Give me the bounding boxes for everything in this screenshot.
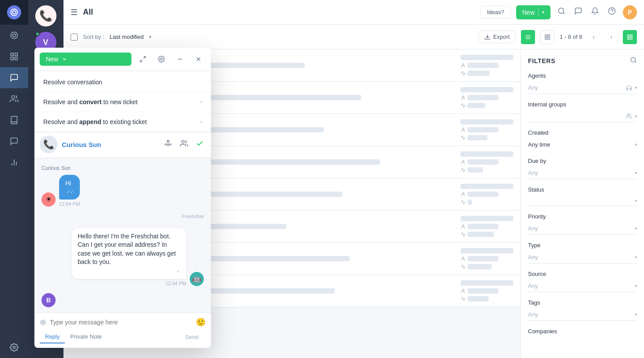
typing-indicator: B	[41, 293, 204, 307]
select-all-checkbox[interactable]	[71, 34, 78, 41]
export-icon	[484, 34, 490, 40]
app-logo[interactable]	[0, 0, 28, 25]
check-icon[interactable]	[196, 139, 204, 149]
conv-avatar-letter: V	[43, 38, 48, 47]
export-button[interactable]: Export	[479, 30, 516, 43]
pagination-next[interactable]: ›	[605, 31, 618, 43]
resolve-append-item[interactable]: Resolve and append to existing ticket ›	[34, 112, 211, 132]
sidebar-item-home[interactable]	[0, 25, 28, 46]
person-icon	[461, 127, 466, 132]
message-time: 12:04 PM	[59, 201, 80, 207]
svg-point-12	[13, 347, 15, 349]
resolve-conversation-item[interactable]: Resolve conversation	[34, 72, 211, 92]
search-icon[interactable]	[558, 7, 565, 17]
resolve-convert-item[interactable]: Resolve and convert to new ticket ›	[34, 92, 211, 112]
reply-tab[interactable]: Reply	[40, 331, 65, 343]
send-button[interactable]: Send	[178, 331, 206, 343]
svg-rect-29	[630, 38, 632, 39]
due-by-label: Due by	[528, 158, 637, 164]
sender-name: Curious Sun	[41, 165, 71, 171]
conv-avatar-phone[interactable]: 📞	[35, 5, 56, 26]
add-attachment-icon[interactable]: ⊕	[40, 317, 46, 327]
status-button[interactable]: New	[40, 53, 131, 66]
message-text: Hi	[65, 180, 71, 187]
resolve-convert-chevron-icon: ›	[200, 99, 202, 105]
minimize-icon[interactable]	[173, 52, 187, 66]
row-placeholder-meta	[461, 87, 513, 92]
row-placeholder-status	[468, 232, 494, 237]
type-label: Type	[528, 242, 637, 249]
new-button[interactable]: New ▾	[516, 5, 550, 19]
source-dropdown[interactable]: Any ▾	[528, 280, 637, 292]
filter-search-icon[interactable]	[630, 57, 637, 65]
svg-rect-6	[11, 57, 14, 60]
svg-point-36	[462, 257, 464, 259]
sidebar-item-analytics[interactable]	[0, 152, 28, 173]
export-label: Export	[493, 34, 510, 40]
status-chevron-icon: ▾	[635, 198, 637, 203]
menu-icon[interactable]: ☰	[71, 8, 78, 17]
resolve-label: Resolve conversation	[43, 79, 102, 86]
person-icon	[461, 192, 466, 197]
pagination-prev[interactable]: ‹	[588, 31, 600, 43]
agents-dropdown[interactable]: Any ▾	[528, 82, 637, 94]
sidebar-item-settings[interactable]	[0, 337, 28, 358]
created-dropdown[interactable]: Any time ▾	[528, 139, 637, 151]
unread-indicator	[35, 32, 40, 36]
toolbar-bar: Sort by : Last modified ▾ Export 1 - 8 o…	[64, 25, 644, 49]
svg-point-40	[627, 114, 629, 116]
status-dropdown[interactable]: ▾	[528, 196, 637, 206]
internal-groups-dropdown[interactable]: ▾	[528, 110, 637, 122]
list-view-button[interactable]	[521, 30, 535, 44]
resolve-conversation-label: Resolve conversation	[43, 79, 102, 86]
sort-chevron-icon[interactable]: ▾	[149, 34, 151, 39]
type-dropdown[interactable]: Any ▾	[528, 251, 637, 264]
expand-icon[interactable]	[136, 52, 150, 66]
grid-view-button[interactable]	[540, 30, 554, 44]
contact-name[interactable]: Curious Sun	[62, 141, 158, 148]
sidebar-item-reports[interactable]	[0, 46, 28, 67]
svg-point-34	[462, 192, 464, 194]
status-label: Status	[528, 186, 637, 193]
svg-point-8	[11, 96, 15, 99]
row-placeholder-status	[468, 103, 485, 108]
svg-point-33	[462, 160, 464, 162]
headset-icon	[626, 85, 632, 91]
help-icon[interactable]	[608, 7, 616, 17]
activity-icon	[461, 135, 466, 140]
sort-value[interactable]: Last modified	[109, 34, 143, 40]
bot-message-time: 12:04 PM	[165, 281, 186, 286]
pagination-count: 1 - 8 of 8	[560, 34, 582, 40]
row-meta	[461, 248, 513, 269]
close-icon[interactable]	[191, 52, 206, 66]
svg-point-45	[167, 140, 169, 143]
row-meta	[461, 55, 513, 76]
group-icon[interactable]	[164, 139, 172, 149]
private-note-tab[interactable]: Private Note	[65, 331, 107, 343]
svg-rect-7	[15, 57, 18, 60]
sidebar-item-contacts[interactable]	[0, 88, 28, 109]
sidebar-item-chat[interactable]	[0, 131, 28, 152]
ideas-button[interactable]: Ideas?	[480, 6, 511, 19]
chat-icon[interactable]	[574, 7, 582, 17]
filter-internal-groups: Internal groups ▾	[528, 101, 637, 122]
svg-point-14	[558, 8, 564, 13]
sidebar-item-inbox[interactable]	[0, 67, 28, 88]
icon-bar	[0, 0, 28, 358]
tags-dropdown[interactable]: Any ▾	[528, 309, 637, 321]
gear-icon[interactable]	[154, 52, 168, 66]
sidebar-item-knowledge[interactable]	[0, 109, 28, 131]
contact-avatar: 📞	[40, 136, 57, 153]
view-toggle-button[interactable]	[623, 30, 637, 44]
priority-dropdown[interactable]: Any ▾	[528, 222, 637, 235]
reply-area: ⊕ 🙂 Reply Private Note Send	[34, 313, 211, 348]
transfer-icon[interactable]	[180, 139, 188, 149]
new-button-label: New	[522, 9, 535, 16]
due-by-dropdown[interactable]: Any ▾	[528, 167, 637, 179]
reply-input[interactable]	[50, 319, 192, 326]
resolve-convert-bold: convert	[79, 98, 102, 106]
user-avatar[interactable]: P	[623, 5, 637, 19]
bell-icon[interactable]	[591, 7, 599, 17]
new-btn-divider	[538, 8, 539, 17]
emoji-icon[interactable]: 🙂	[196, 317, 206, 327]
